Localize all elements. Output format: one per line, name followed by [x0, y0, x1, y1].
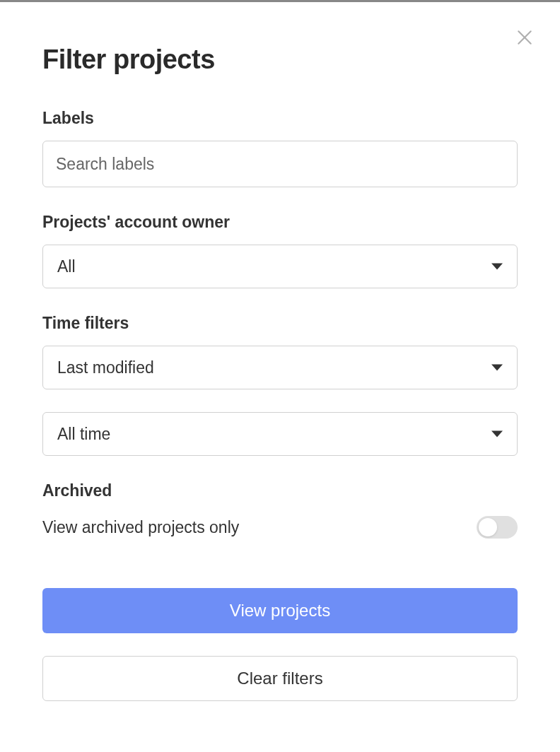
chevron-down-icon — [491, 431, 503, 437]
time-type-value: Last modified — [57, 358, 154, 377]
archived-heading: Archived — [42, 481, 518, 500]
time-section: Time filters Last modified All time — [42, 314, 518, 456]
view-projects-button[interactable]: View projects — [42, 588, 518, 633]
modal-title: Filter projects — [42, 45, 518, 75]
labels-search-input[interactable] — [42, 141, 518, 187]
archived-toggle-row: View archived projects only — [42, 516, 518, 539]
labels-heading: Labels — [42, 109, 518, 128]
chevron-down-icon — [491, 264, 503, 270]
archived-toggle-label: View archived projects only — [42, 518, 239, 537]
labels-section: Labels — [42, 109, 518, 187]
clear-filters-button[interactable]: Clear filters — [42, 656, 518, 701]
time-range-value: All time — [57, 425, 110, 444]
archived-section: Archived View archived projects only — [42, 481, 518, 539]
archived-toggle[interactable] — [477, 516, 518, 539]
time-range-select[interactable]: All time — [42, 412, 518, 456]
owner-heading: Projects' account owner — [42, 213, 518, 232]
actions-row: View projects Clear filters — [42, 588, 518, 701]
close-button[interactable] — [514, 27, 535, 48]
close-icon — [515, 28, 534, 47]
filter-projects-modal: Filter projects Labels Projects' account… — [0, 2, 560, 729]
owner-select-value: All — [57, 257, 76, 276]
owner-select[interactable]: All — [42, 245, 518, 288]
toggle-knob — [479, 518, 497, 536]
owner-section: Projects' account owner All — [42, 213, 518, 288]
chevron-down-icon — [491, 365, 503, 371]
time-heading: Time filters — [42, 314, 518, 333]
time-type-select[interactable]: Last modified — [42, 346, 518, 389]
